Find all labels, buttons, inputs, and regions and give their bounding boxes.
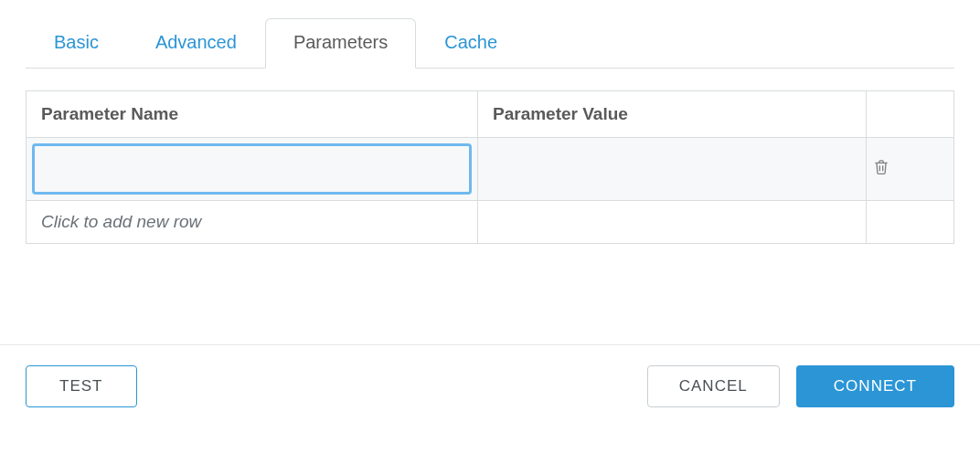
trash-icon[interactable] [872,157,890,181]
add-row[interactable]: Click to add new row [27,201,954,244]
column-header-parameter-value: Parameter Value [478,91,867,138]
parameters-table: Parameter Name Parameter Value [26,90,954,244]
table-row [27,138,954,201]
parameter-name-input[interactable] [32,143,472,195]
add-row-hint[interactable]: Click to add new row [27,201,478,244]
test-button[interactable]: TEST [26,365,137,407]
parameter-value-cell[interactable] [478,138,867,201]
footer-bar: TEST CANCEL CONNECT [26,345,954,429]
tab-parameters[interactable]: Parameters [265,18,416,69]
tab-advanced[interactable]: Advanced [127,18,265,68]
column-header-actions [867,91,954,138]
tab-bar: Basic Advanced Parameters Cache [26,18,954,69]
connect-button[interactable]: CONNECT [796,365,954,407]
tab-basic[interactable]: Basic [26,18,127,68]
tab-cache[interactable]: Cache [416,18,526,68]
cancel-button[interactable]: CANCEL [647,365,780,407]
column-header-parameter-name: Parameter Name [27,91,478,138]
